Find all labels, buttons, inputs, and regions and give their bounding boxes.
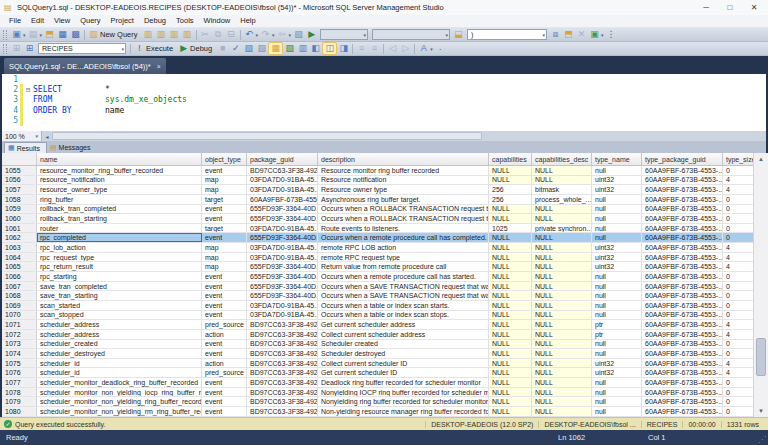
grid-cell-type_size[interactable]: 4 [723, 253, 753, 262]
tab-close-icon[interactable]: × [157, 63, 161, 70]
row-number-header[interactable] [2, 153, 37, 165]
grid-cell-object_type[interactable]: event [202, 311, 247, 320]
grid-cell-package_guid[interactable]: BD97CC63-3F38-492... [247, 320, 318, 329]
grid-cell-type_size[interactable]: 0 [723, 397, 753, 406]
grid-cell-capabilities_desc[interactable]: NULL [532, 272, 592, 281]
column-header-name[interactable]: name [37, 153, 202, 165]
redo-button[interactable]: ↷▾ [259, 28, 276, 41]
grid-cell-package_guid[interactable]: 03FDA7D0-91BA-45... [247, 311, 318, 320]
grid-cell-capabilities[interactable]: NULL [489, 320, 532, 329]
grid-cell-name[interactable]: scheduler_id [37, 368, 202, 377]
grid-cell-package_guid[interactable]: 655FD93F-3364-40D... [247, 214, 318, 223]
grid-cell-name[interactable]: rollback_tran_starting [37, 214, 202, 223]
grid-cell-description[interactable]: Resource owner type [318, 185, 489, 194]
template-combo[interactable]: ▾ [372, 29, 450, 40]
open-file-button[interactable]: ⬒ [43, 28, 56, 41]
grid-cell-type_package_guid[interactable]: 60AA9FBF-673B-4553-... [642, 349, 723, 358]
grid-cell-capabilities[interactable]: NULL [489, 205, 532, 214]
grid-cell-type_size[interactable]: 4 [723, 243, 753, 252]
grid-cell-capabilities[interactable]: NULL [489, 311, 532, 320]
grid-cell-capabilities[interactable]: NULL [489, 282, 532, 291]
grid-cell-type_name[interactable]: null [592, 272, 642, 281]
grid-cell-name[interactable]: rpc_lob_action [37, 243, 202, 252]
grid-cell-type_name[interactable]: null [592, 282, 642, 291]
results-to-file-button[interactable]: ◨ [337, 42, 350, 55]
grid-cell-object_type[interactable]: map [202, 243, 247, 252]
grid-cell-name[interactable]: rpc_completed [37, 233, 202, 242]
grid-cell-capabilities[interactable]: NULL [489, 166, 532, 175]
row-number-cell[interactable]: 1055 [2, 166, 37, 175]
grid-cell-capabilities_desc[interactable]: NULL [532, 262, 592, 271]
include-actual-plan-button[interactable]: ▧ [283, 42, 296, 55]
scroll-left-icon[interactable]: ◂ [42, 133, 52, 140]
grid-cell-object_type[interactable]: map [202, 262, 247, 271]
grid-cell-name[interactable]: ring_buffer [37, 195, 202, 204]
grid-cell-description[interactable]: Collect current scheduler ID [318, 359, 489, 368]
grid-cell-package_guid[interactable]: 03FDA7D0-91BA-45... [247, 253, 318, 262]
grid-cell-type_size[interactable]: 0 [723, 311, 753, 320]
grid-cell-name[interactable]: scheduler_address [37, 330, 202, 339]
grid-cell-object_type[interactable]: action [202, 330, 247, 339]
document-tab[interactable]: SQLQuery1.sql - DE...ADEOIS\fbsol (54))*… [4, 58, 166, 74]
grid-cell-type_name[interactable]: uint32 [592, 185, 642, 194]
grid-cell-name[interactable]: scan_stopped [37, 311, 202, 320]
menu-item-file[interactable]: File [4, 15, 26, 27]
transaction-combo[interactable]: ▾ [320, 29, 368, 40]
grid-cell-capabilities_desc[interactable]: NULL [532, 407, 592, 416]
grid-cell-capabilities[interactable]: NULL [489, 397, 532, 406]
grid-cell-capabilities_desc[interactable]: private synchron... [532, 224, 592, 233]
grid-cell-type_name[interactable]: null [592, 311, 642, 320]
collapse-minus-icon[interactable]: ⊟ [23, 86, 33, 94]
grid-cell-name[interactable]: scheduler_address [37, 320, 202, 329]
grid-cell-type_size[interactable]: 4 [723, 262, 753, 271]
row-number-cell[interactable]: 1056 [2, 176, 37, 185]
intellisense-enabled-button[interactable]: ▦ [268, 42, 283, 55]
grid-cell-description[interactable]: Occurs when a SAVE TRANSACTION request t… [318, 291, 489, 300]
grid-cell-description[interactable]: Scheduler destroyed [318, 349, 489, 358]
grid-cell-type_package_guid[interactable]: 60AA9FBF-673B-4553-... [642, 243, 723, 252]
analysis-services-xmla-query-button[interactable]: ▥ [181, 28, 194, 41]
chevron-down-icon[interactable]: ▾ [543, 32, 546, 38]
grid-cell-type_package_guid[interactable]: 60AA9FBF-673B-4553-... [642, 195, 723, 204]
change-connection-button[interactable]: ⊞ [23, 42, 36, 55]
grid-cell-type_package_guid[interactable]: 60AA9FBF-673B-4553-... [642, 262, 723, 271]
connect-button[interactable]: ⊞ [10, 42, 23, 55]
grid-cell-type_size[interactable]: 4 [723, 320, 753, 329]
grid-cell-capabilities_desc[interactable]: NULL [532, 359, 592, 368]
grid-cell-type_package_guid[interactable]: 60AA9FBF-673B-4553-... [642, 176, 723, 185]
row-number-cell[interactable]: 1064 [2, 253, 37, 262]
toolbar-overflow-button[interactable]: ⸳ [434, 42, 447, 55]
row-number-cell[interactable]: 1060 [2, 214, 37, 223]
stop-button[interactable]: ■ [216, 42, 229, 55]
chevron-down-icon[interactable]: ▾ [121, 46, 124, 52]
grid-cell-type_name[interactable]: null [592, 349, 642, 358]
grid-cell-capabilities_desc[interactable]: NULL [532, 253, 592, 262]
query-options-button[interactable]: ▨ [255, 42, 268, 55]
grid-cell-description[interactable]: Nonyielding IOCP ring buffer recorded fo… [318, 388, 489, 397]
grid-cell-description[interactable]: Resource notification [318, 176, 489, 185]
grid-cell-description[interactable]: remote RPC request type [318, 253, 489, 262]
grid-cell-capabilities[interactable]: NULL [489, 233, 532, 242]
grid-cell-description[interactable]: remote RPC LOB action [318, 243, 489, 252]
grid-cell-name[interactable]: resource_notification [37, 176, 202, 185]
vertical-scrollbar-thumb[interactable] [756, 338, 766, 376]
grid-cell-type_size[interactable]: 0 [723, 195, 753, 204]
grid-cell-type_package_guid[interactable]: 60AA9FBF-673B-4553-... [642, 185, 723, 194]
grid-cell-type_name[interactable]: null [592, 224, 642, 233]
grid-cell-type_package_guid[interactable]: 60AA9FBF-673B-4553-... [642, 291, 723, 300]
grid-cell-package_guid[interactable]: 655FD93F-3364-40D... [247, 291, 318, 300]
grid-cell-name[interactable]: scheduler_monitor_non_yielding_iocp_ring… [37, 388, 202, 397]
tab-results[interactable]: ▦Results [4, 142, 47, 153]
grid-cell-package_guid[interactable]: 03FDA7D0-91BA-45... [247, 176, 318, 185]
grid-cell-name[interactable]: resource_owner_type [37, 185, 202, 194]
grid-cell-package_guid[interactable]: 655FD93F-3364-40D... [247, 205, 318, 214]
grid-cell-type_package_guid[interactable]: 60AA9FBF-673B-4553-... [642, 301, 723, 310]
row-number-cell[interactable]: 1070 [2, 311, 37, 320]
grid-cell-description[interactable]: Occurs when a table or index scan stops. [318, 311, 489, 320]
grid-cell-name[interactable]: scheduler_monitor_non_yielding_rm_ring_b… [37, 407, 202, 416]
grid-cell-type_name[interactable]: uint32 [592, 176, 642, 185]
uncomment-selection-button[interactable]: ≡ [368, 42, 381, 55]
grid-cell-name[interactable]: scan_started [37, 301, 202, 310]
grid-cell-type_name[interactable]: uint32 [592, 253, 642, 262]
grid-cell-description[interactable]: Non-yielding resource manager ring buffe… [318, 407, 489, 416]
